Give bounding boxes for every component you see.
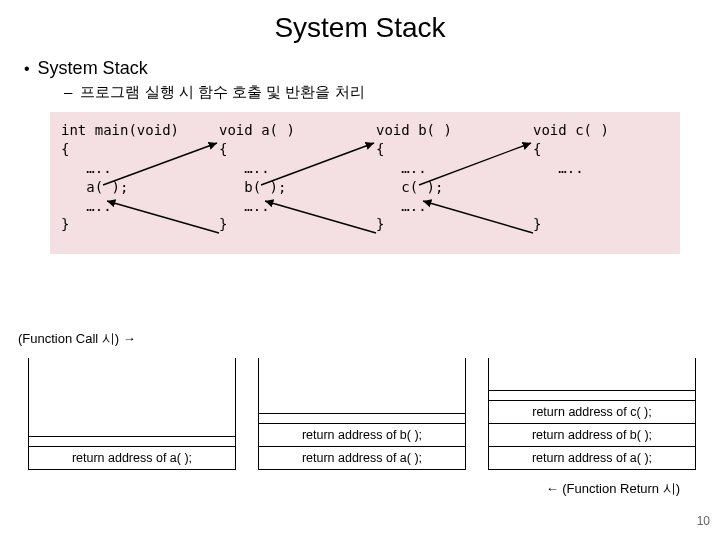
- code-main: int main(void) { ….. a( ); ….. }: [61, 121, 179, 234]
- function-return-label: ← (Function Return 시): [546, 480, 680, 498]
- code-b: void b( ) { ….. c( ); ….. }: [376, 121, 452, 234]
- stack-1: return address of a( );: [28, 358, 236, 470]
- bullet1-marker: •: [24, 60, 30, 78]
- code-box: int main(void) { ….. a( ); ….. } void a(…: [50, 112, 680, 254]
- stack3-frame-b: return address of b( );: [489, 423, 695, 446]
- bullet2-text: 프로그램 실행 시 함수 호출 및 반환을 처리: [80, 83, 364, 102]
- code-c: void c( ) { ….. }: [533, 121, 609, 234]
- bullets: • System Stack – 프로그램 실행 시 함수 호출 및 반환을 처…: [24, 58, 720, 102]
- stack-2: return address of b( ); return address o…: [258, 358, 466, 470]
- bullet1-text: System Stack: [38, 58, 148, 79]
- page-number: 10: [697, 514, 710, 528]
- stack1-frame-a: return address of a( );: [29, 446, 235, 469]
- bullet2-marker: –: [64, 83, 72, 100]
- stack3-frame-a: return address of a( );: [489, 446, 695, 469]
- stack-3: return address of c( ); return address o…: [488, 358, 696, 470]
- page-title: System Stack: [0, 0, 720, 44]
- stack3-frame-c: return address of c( );: [489, 400, 695, 423]
- stack-diagrams: return address of a( ); return address o…: [28, 358, 696, 470]
- function-call-label: (Function Call 시) →: [18, 330, 136, 348]
- code-a: void a( ) { ….. b( ); ….. }: [219, 121, 295, 234]
- stack2-frame-b: return address of b( );: [259, 423, 465, 446]
- stack2-frame-a: return address of a( );: [259, 446, 465, 469]
